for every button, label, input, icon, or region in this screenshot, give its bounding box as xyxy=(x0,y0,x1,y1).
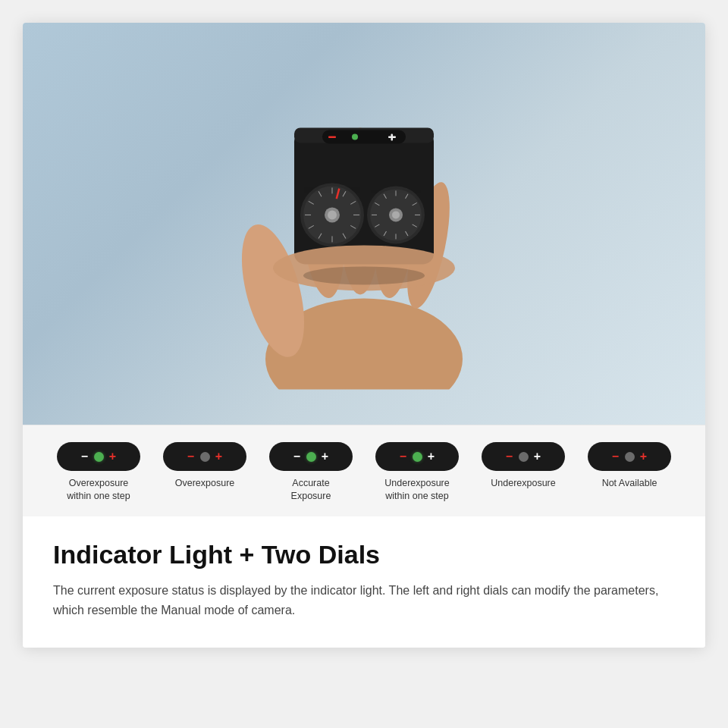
pill-overexposure: − + xyxy=(163,442,246,471)
pill-not-available: − + xyxy=(588,442,671,471)
minus-icon: − xyxy=(292,450,303,463)
text-section: Indicator Light + Two Dials The current … xyxy=(23,516,705,648)
center-light-gray xyxy=(200,452,210,462)
indicator-label: Accurate Exposure xyxy=(271,477,351,503)
minus-icon: − xyxy=(186,450,196,463)
minus-icon: − xyxy=(398,450,409,463)
product-illustration xyxy=(182,23,546,389)
svg-point-28 xyxy=(328,210,337,219)
center-light-gray xyxy=(625,452,635,462)
plus-icon: + xyxy=(320,450,331,463)
plus-icon: + xyxy=(532,450,543,463)
indicator-label: Underexposure within one step xyxy=(378,477,457,503)
center-light-green xyxy=(413,452,422,462)
section-description: The current exposure status is displayed… xyxy=(53,581,675,621)
indicator-item-underexposure: − + Underexposure xyxy=(470,442,576,490)
plus-icon: + xyxy=(108,450,118,463)
section-title: Indicator Light + Two Dials xyxy=(53,539,675,570)
minus-icon: − xyxy=(610,450,621,463)
indicator-label: Not Available xyxy=(602,477,657,490)
indicator-item-accurate-exposure: − + Accurate Exposure xyxy=(258,442,364,503)
plus-icon: + xyxy=(639,450,649,463)
indicator-bar: − + Overexposure within one step − + Ove… xyxy=(23,425,705,516)
svg-point-47 xyxy=(303,266,425,284)
indicator-item-overexposure: − + Overexposure xyxy=(152,442,258,490)
svg-point-45 xyxy=(392,211,400,218)
main-card: − + Overexposure within one step − + Ove… xyxy=(23,23,705,648)
indicator-label: Overexposure within one step xyxy=(59,477,139,503)
minus-icon: − xyxy=(80,450,90,463)
indicator-label: Underexposure xyxy=(491,477,555,490)
svg-point-10 xyxy=(352,133,358,140)
pill-accurate-exposure: − + xyxy=(269,442,353,471)
center-light-green xyxy=(306,452,316,462)
indicator-label: Overexposure xyxy=(175,477,235,490)
svg-rect-9 xyxy=(328,136,336,138)
indicator-item-not-available: − + Not Available xyxy=(576,442,682,490)
plus-icon: + xyxy=(426,450,437,463)
indicator-item-underexposure-within-one-step: − + Underexposure within one step xyxy=(364,442,470,503)
svg-rect-12 xyxy=(391,133,394,140)
center-light-gray xyxy=(519,452,529,462)
indicator-item-overexposure-within-one-step: − + Overexposure within one step xyxy=(46,442,152,503)
product-photo xyxy=(23,23,705,425)
pill-underexposure: − + xyxy=(482,442,565,471)
minus-icon: − xyxy=(504,450,515,463)
center-light-green xyxy=(94,452,104,462)
pill-underexposure-within-one-step: − + xyxy=(375,442,459,471)
pill-overexposure-within-one-step: − + xyxy=(57,442,140,471)
plus-icon: + xyxy=(214,450,224,463)
